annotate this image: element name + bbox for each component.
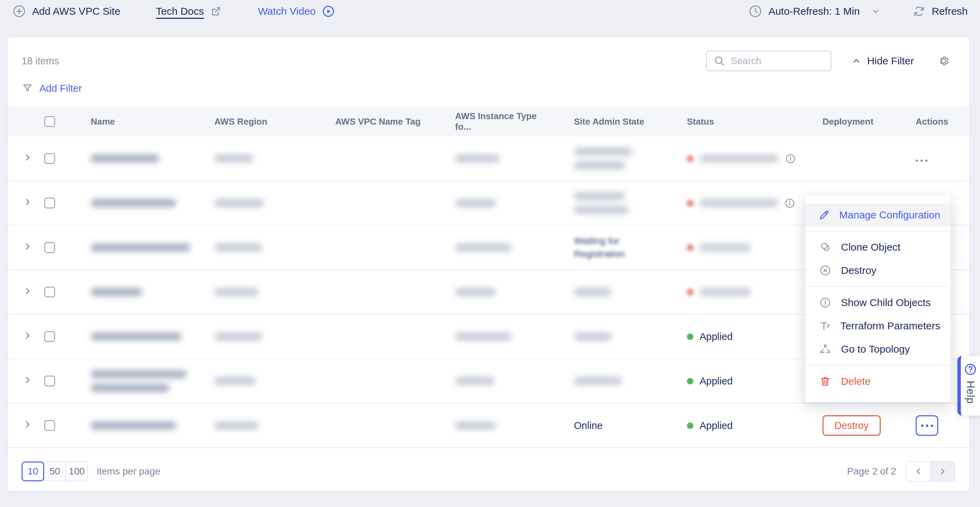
row-checkbox[interactable]	[44, 331, 55, 342]
page-nav-group	[906, 461, 955, 482]
status-info-icon[interactable]	[784, 198, 795, 208]
menu-divider	[805, 286, 951, 287]
menu-item-show-child-objects[interactable]: Show Child Objects	[805, 291, 951, 314]
page-size-10[interactable]: 10	[22, 461, 44, 481]
row-expand-chevron[interactable]	[22, 153, 33, 165]
column-header-name[interactable]: Name	[64, 116, 188, 127]
menu-item-label: Clone Object	[841, 242, 900, 253]
status-redacted	[700, 243, 751, 252]
add-filter-label: Add Filter	[40, 83, 82, 94]
next-page-button[interactable]	[930, 462, 954, 481]
status-redacted	[700, 199, 778, 207]
plus-circle-icon	[12, 5, 26, 18]
status-redacted	[700, 154, 779, 163]
search-icon	[714, 55, 725, 67]
select-all-checkbox[interactable]	[44, 116, 55, 127]
site-admin-state-redacted	[574, 192, 660, 214]
row-checkbox[interactable]	[44, 153, 55, 164]
row-expand-chevron[interactable]	[22, 375, 33, 388]
watch-video-link[interactable]: Watch Video	[258, 5, 334, 18]
status-dot	[687, 378, 694, 385]
row-checkbox[interactable]	[44, 286, 55, 297]
site-admin-state-redacted	[574, 377, 660, 385]
question-circle-icon	[964, 363, 977, 376]
terraform-icon	[818, 320, 831, 332]
status-value: Applied	[700, 331, 733, 342]
instance-type-redacted	[455, 288, 547, 296]
add-aws-vpc-site-button[interactable]: Add AWS VPC Site	[12, 5, 120, 18]
instance-type-redacted	[455, 377, 547, 385]
refresh-label: Refresh	[932, 5, 968, 17]
menu-item-label: Go to Topology	[841, 343, 910, 355]
search-box	[706, 51, 831, 71]
previous-page-button[interactable]	[906, 462, 930, 481]
row-checkbox[interactable]	[44, 375, 55, 386]
page-indicator: Page 2 of 2	[847, 466, 896, 477]
menu-divider	[805, 231, 951, 231]
sites-table-panel: 18 items Hide Filter	[8, 37, 970, 491]
site-name-link-redacted[interactable]	[91, 288, 188, 296]
row-actions-menu-button[interactable]	[916, 159, 928, 162]
clock-icon	[749, 5, 762, 18]
menu-item-destroy[interactable]: Destroy	[805, 259, 951, 282]
chevron-up-icon	[851, 56, 862, 66]
status-info-icon[interactable]	[785, 153, 796, 164]
hide-filter-toggle[interactable]: Hide Filter	[851, 55, 914, 67]
search-input[interactable]	[731, 56, 824, 67]
row-expand-chevron[interactable]	[22, 242, 33, 254]
menu-item-label: Terraform Parameters	[840, 320, 940, 332]
site-name-link-redacted[interactable]	[91, 332, 188, 341]
chevron-down-icon	[871, 6, 880, 16]
row-expand-chevron[interactable]	[22, 331, 33, 343]
tech-docs-label: Tech Docs	[156, 5, 204, 17]
site-name-link-redacted[interactable]	[91, 199, 188, 207]
column-header-actions: Actions	[889, 116, 970, 127]
column-header-instance-type[interactable]: AWS Instance Type fo...	[428, 111, 547, 132]
row-checkbox[interactable]	[44, 197, 55, 208]
gear-icon[interactable]	[937, 54, 950, 68]
site-admin-state-redacted: Waiting forRegistration	[574, 235, 660, 261]
status-dot	[687, 245, 694, 251]
menu-item-delete[interactable]: Delete	[805, 370, 951, 393]
circle-info-icon	[818, 297, 832, 308]
site-name-link-redacted[interactable]	[91, 154, 188, 163]
row-checkbox[interactable]	[44, 242, 55, 253]
refresh-button[interactable]: Refresh	[913, 5, 968, 18]
column-header-deployment[interactable]: Deployment	[796, 116, 889, 127]
add-filter-button[interactable]: Add Filter	[22, 83, 82, 94]
play-circle-icon	[322, 5, 335, 18]
site-name-link-redacted[interactable]	[91, 370, 188, 392]
site-admin-state-redacted	[574, 332, 660, 341]
column-header-vpc-name-tag[interactable]: AWS VPC Name Tag	[309, 116, 428, 127]
table-header: Name AWS Region AWS VPC Name Tag AWS Ins…	[8, 106, 969, 137]
row-actions-menu-button-active[interactable]	[916, 415, 938, 436]
menu-item-label: Manage Configuration	[839, 209, 940, 221]
page-size-100[interactable]: 100	[65, 461, 88, 481]
site-admin-state-value: Online	[574, 420, 603, 431]
tech-docs-link[interactable]: Tech Docs	[156, 5, 222, 17]
row-expand-chevron[interactable]	[22, 420, 33, 432]
menu-item-terraform-parameters[interactable]: Terraform Parameters	[805, 314, 951, 337]
site-name-link-redacted[interactable]	[91, 421, 188, 430]
row-expand-chevron[interactable]	[22, 197, 33, 210]
clone-icon	[818, 242, 832, 253]
column-header-site-admin-state[interactable]: Site Admin State	[547, 116, 660, 127]
column-header-status[interactable]: Status	[660, 116, 796, 127]
site-name-link-redacted[interactable]	[91, 243, 188, 252]
column-header-aws-region[interactable]: AWS Region	[188, 116, 309, 127]
menu-item-manage-configuration[interactable]: Manage Configuration	[805, 203, 951, 227]
menu-item-clone-object[interactable]: Clone Object	[805, 235, 951, 259]
help-tab[interactable]: Help	[958, 356, 980, 416]
table-toolbar: 18 items Hide Filter	[8, 37, 969, 71]
instance-type-redacted	[455, 421, 547, 430]
status-dot	[687, 289, 694, 296]
external-link-icon	[210, 5, 222, 17]
row-checkbox[interactable]	[44, 420, 55, 431]
menu-item-go-to-topology[interactable]: Go to Topology	[805, 337, 951, 361]
status-redacted	[700, 288, 751, 296]
aws-region-redacted	[214, 243, 309, 252]
row-expand-chevron[interactable]	[22, 286, 33, 299]
destroy-button[interactable]: Destroy	[822, 415, 881, 436]
auto-refresh-dropdown[interactable]: Auto-Refresh: 1 Min	[749, 5, 880, 18]
page-size-50[interactable]: 50	[43, 461, 66, 481]
